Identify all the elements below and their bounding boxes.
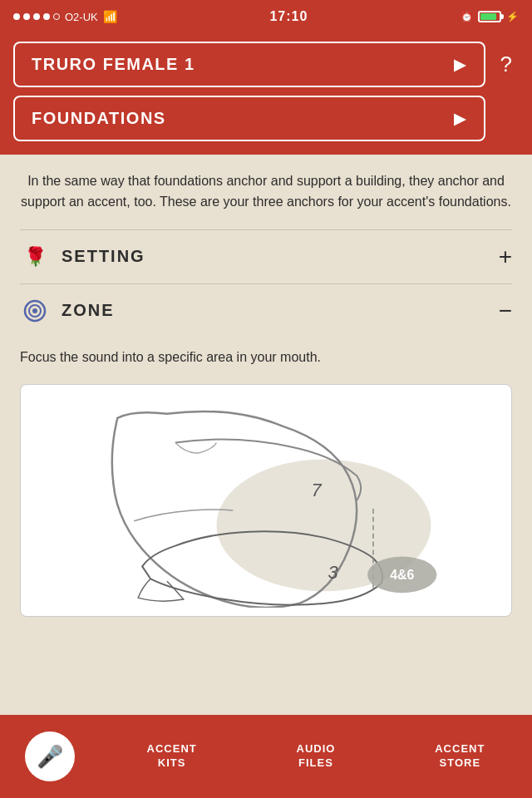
svg-point-2 (32, 308, 37, 313)
accent-kits-label: ACCENTKITS (147, 742, 197, 771)
header: TRURO FEMALE 1 ▶ FOUNDATIONS ▶ ? (0, 33, 532, 155)
accent-store-label: ACCENTSTORE (435, 742, 485, 771)
dot-5 (53, 13, 60, 20)
status-left: O2-UK 📶 (13, 10, 117, 23)
header-buttons: TRURO FEMALE 1 ▶ FOUNDATIONS ▶ (13, 42, 485, 141)
carrier-label: O2-UK (65, 11, 98, 23)
zone-label: ZONE (62, 301, 499, 320)
zone-description: Focus the sound into a specific area in … (20, 337, 512, 381)
mic-button[interactable]: 🎤 (25, 732, 75, 781)
category-selector-button[interactable]: FOUNDATIONS ▶ (13, 96, 485, 141)
zone-toggle-icon: − (499, 299, 512, 323)
battery-indicator (478, 11, 501, 22)
category-selector-label: FOUNDATIONS (32, 109, 166, 128)
signal-dots (13, 13, 60, 20)
category-arrow-icon: ▶ (454, 110, 467, 128)
audio-files-label: AUDIOFILES (297, 742, 336, 771)
mouth-svg: 7 3 4&6 (29, 393, 503, 608)
help-button[interactable]: ? (494, 48, 519, 81)
setting-toggle-icon: + (499, 245, 512, 268)
status-right: ⏰ ⚡ (461, 11, 519, 22)
accent-selector-button[interactable]: TRURO FEMALE 1 ▶ (13, 42, 485, 87)
alarm-icon: ⏰ (461, 11, 473, 22)
setting-label: SETTING (62, 247, 499, 266)
zone-icon (20, 296, 50, 326)
tab-accent-store[interactable]: ACCENTSTORE (388, 715, 532, 798)
mic-icon: 🎤 (37, 744, 63, 770)
time-display: 17:10 (269, 9, 308, 24)
dot-4 (43, 13, 50, 20)
accent-selector-label: TRURO FEMALE 1 (32, 55, 195, 74)
mouth-diagram: 7 3 4&6 (20, 384, 512, 617)
dot-2 (23, 13, 30, 20)
tab-audio-files[interactable]: AUDIOFILES (244, 715, 387, 798)
svg-text:3: 3 (328, 562, 337, 583)
setting-icon: 🌹 (20, 242, 50, 272)
intro-text: In the same way that foundations anchor … (20, 171, 512, 213)
dot-3 (33, 13, 40, 20)
setting-section-row[interactable]: 🌹 SETTING + (20, 229, 512, 283)
lightning-icon: ⚡ (506, 11, 519, 22)
wifi-icon: 📶 (103, 10, 117, 23)
tab-accent-kits[interactable]: ACCENTKITS (100, 715, 244, 798)
accent-arrow-icon: ▶ (454, 56, 467, 74)
main-content: In the same way that foundations anchor … (0, 155, 532, 633)
svg-text:7: 7 (312, 480, 323, 500)
dot-1 (13, 13, 20, 20)
svg-text:4&6: 4&6 (390, 568, 414, 582)
zone-section-row[interactable]: ZONE − (20, 283, 512, 337)
mic-tab[interactable]: 🎤 (0, 732, 100, 781)
status-bar: O2-UK 📶 17:10 ⏰ ⚡ (0, 0, 532, 33)
tab-bar: 🎤 ACCENTKITS AUDIOFILES ACCENTSTORE (0, 715, 532, 798)
battery-fill (480, 13, 496, 20)
